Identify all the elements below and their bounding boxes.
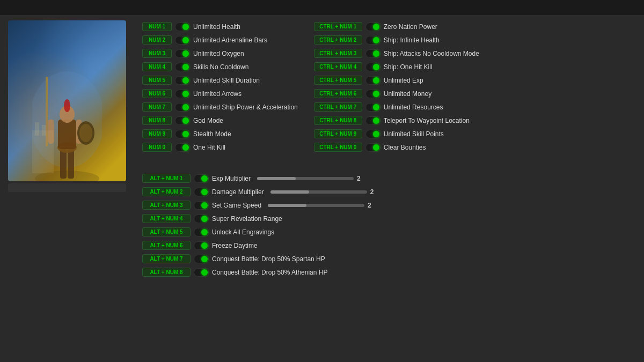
toggle-indicator[interactable] (365, 143, 380, 152)
svg-rect-14 (35, 122, 39, 136)
cheat-row: CTRL + NUM 0 Clear Bounties (314, 141, 479, 153)
toggle-indicator[interactable] (365, 103, 380, 112)
toggle-indicator[interactable] (365, 130, 380, 138)
cheat-label: Unlimited Money (384, 90, 431, 98)
key-badge[interactable]: CTRL + NUM 7 (314, 102, 362, 112)
toggle-indicator[interactable] (175, 63, 190, 71)
key-badge[interactable]: CTRL + NUM 5 (314, 76, 362, 85)
key-badge[interactable]: NUM 6 (142, 89, 172, 98)
slider-value: 2 (357, 175, 361, 182)
key-badge[interactable]: NUM 5 (142, 76, 172, 85)
toggle-indicator[interactable] (365, 23, 380, 31)
cheat-label: Unlimited Health (193, 23, 240, 31)
key-badge[interactable]: CTRL + NUM 3 (314, 49, 362, 58)
cheat-row: NUM 1 Unlimited Health (142, 20, 298, 33)
toggle-indicator[interactable] (175, 130, 190, 138)
key-badge[interactable]: ALT + NUM 6 (142, 241, 191, 250)
cheat-label: Freeze Daytime (212, 242, 258, 249)
toggle-indicator[interactable] (194, 255, 209, 263)
cheat-label: Unlimited Adrenaline Bars (193, 36, 267, 44)
cheat-label: Ship: Infinite Health (384, 36, 440, 44)
cheat-label: Conquest Battle: Drop 50% Spartan HP (212, 255, 325, 263)
key-badge[interactable]: ALT + NUM 2 (142, 187, 191, 196)
toggle-indicator[interactable] (194, 268, 209, 277)
cheat-label: One Hit Kill (193, 144, 225, 151)
game-cover (8, 20, 126, 181)
key-badge[interactable]: NUM 2 (142, 35, 172, 45)
top-cheats: NUM 1 Unlimited Health NUM 2 Unlimited A… (142, 20, 639, 153)
toggle-indicator[interactable] (175, 76, 190, 85)
key-badge[interactable]: CTRL + NUM 9 (314, 129, 362, 138)
key-badge[interactable]: NUM 4 (142, 62, 172, 71)
cheat-slider[interactable] (270, 190, 367, 194)
cheat-row: NUM 8 God Mode (142, 114, 298, 127)
cheat-label: Conquest Battle: Drop 50% Athenian HP (212, 269, 327, 276)
bottom-cheats: ALT + NUM 1 Exp Multiplier 2 ALT + NUM 2… (142, 172, 639, 278)
key-badge[interactable]: ALT + NUM 5 (142, 227, 191, 237)
cheat-slider[interactable] (257, 177, 354, 180)
key-badge[interactable]: CTRL + NUM 2 (314, 35, 362, 45)
toggle-indicator[interactable] (175, 23, 190, 31)
toggle-indicator[interactable] (365, 116, 380, 125)
toggle-indicator[interactable] (175, 143, 190, 152)
cheat-row: CTRL + NUM 9 Unlimited Skill Points (314, 128, 479, 140)
toggle-indicator[interactable] (175, 49, 190, 58)
toggle-indicator[interactable] (365, 63, 380, 71)
cheat-row: ALT + NUM 5 Unlock All Engravings (142, 226, 374, 238)
key-badge[interactable]: NUM 0 (142, 143, 172, 152)
toggle-indicator[interactable] (365, 36, 380, 45)
toggle-indicator[interactable] (175, 103, 190, 112)
svg-rect-15 (42, 125, 46, 136)
key-badge[interactable]: CTRL + NUM 1 (314, 22, 362, 31)
key-badge[interactable]: NUM 1 (142, 22, 172, 31)
key-badge[interactable]: CTRL + NUM 8 (314, 116, 362, 125)
cheat-label: Unlimited Arrows (193, 90, 241, 98)
slider-value: 2 (370, 188, 374, 196)
warrior-silhouette (32, 66, 102, 181)
key-badge[interactable]: ALT + NUM 8 (142, 268, 191, 277)
toggle-indicator[interactable] (365, 76, 380, 85)
key-badge[interactable]: CTRL + NUM 0 (314, 143, 362, 152)
key-badge[interactable]: CTRL + NUM 4 (314, 62, 362, 71)
key-badge[interactable]: ALT + NUM 1 (142, 174, 191, 183)
key-badge[interactable]: NUM 7 (142, 102, 172, 112)
key-badge[interactable]: NUM 9 (142, 129, 172, 138)
toggle-indicator[interactable] (194, 201, 209, 210)
key-badge[interactable]: ALT + NUM 3 (142, 201, 191, 210)
cheat-row: ALT + NUM 1 Exp Multiplier 2 (142, 172, 374, 184)
cheat-label: Unlimited Skill Duration (193, 77, 260, 84)
cheat-label: Ship: Attacks No Cooldown Mode (384, 50, 479, 57)
cheat-label: God Mode (193, 117, 223, 124)
cheat-label: Unlimited Oxygen (193, 50, 244, 57)
cheat-label: Unlock All Engravings (212, 228, 274, 236)
close-button[interactable] (633, 6, 640, 9)
toggle-indicator[interactable] (194, 228, 209, 237)
toggle-indicator[interactable] (365, 90, 380, 98)
cheat-label: Clear Bounties (384, 144, 426, 151)
key-badge[interactable]: CTRL + NUM 6 (314, 89, 362, 98)
toggle-indicator[interactable] (175, 36, 190, 45)
alt-column: ALT + NUM 1 Exp Multiplier 2 ALT + NUM 2… (142, 172, 374, 278)
toggle-indicator[interactable] (194, 241, 209, 250)
svg-point-7 (64, 99, 70, 112)
cheat-row: NUM 0 One Hit Kill (142, 141, 298, 153)
content-area: NUM 1 Unlimited Health NUM 2 Unlimited A… (0, 15, 644, 362)
cheat-slider[interactable] (268, 204, 364, 207)
toggle-indicator[interactable] (194, 215, 209, 223)
title-bar (0, 0, 644, 15)
toggle-indicator[interactable] (175, 90, 190, 98)
cheat-row: ALT + NUM 2 Damage Multiplier 2 (142, 186, 374, 198)
key-badge[interactable]: ALT + NUM 7 (142, 254, 191, 263)
version-label (8, 183, 126, 192)
cheat-row: CTRL + NUM 6 Unlimited Money (314, 87, 479, 100)
cheat-row: CTRL + NUM 7 Unlimited Resources (314, 101, 479, 113)
key-badge[interactable]: NUM 3 (142, 49, 172, 58)
toggle-indicator[interactable] (175, 116, 190, 125)
key-badge[interactable]: NUM 8 (142, 116, 172, 125)
toggle-indicator[interactable] (194, 188, 209, 196)
cheat-label: Exp Multiplier (212, 175, 251, 182)
app-window: NUM 1 Unlimited Health NUM 2 Unlimited A… (0, 0, 644, 362)
key-badge[interactable]: ALT + NUM 4 (142, 214, 191, 223)
toggle-indicator[interactable] (365, 49, 380, 58)
toggle-indicator[interactable] (194, 174, 209, 183)
